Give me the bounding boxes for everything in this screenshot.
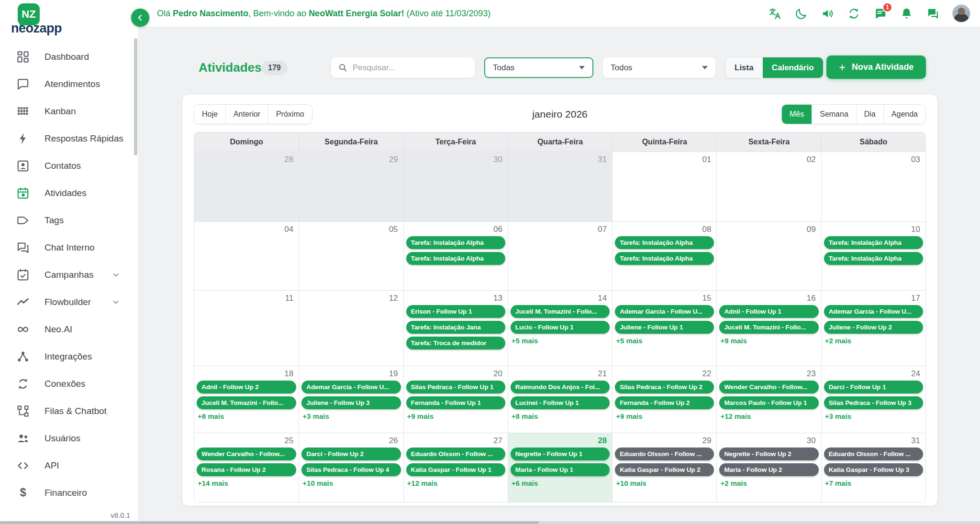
sidebar-item-campanhas[interactable]: Campanhas bbox=[0, 261, 138, 288]
event-pill[interactable]: Tarefa: Instalação Alpha bbox=[615, 236, 714, 249]
sidebar-item-filas-chatbot[interactable]: Filas & Chatbot bbox=[0, 397, 138, 425]
more-link[interactable]: +7 mais bbox=[825, 479, 925, 487]
day-cell-16[interactable]: 16Adnil - Follow Up 1Juceli M. Tomazini … bbox=[716, 290, 821, 366]
more-link[interactable]: +2 mais bbox=[825, 337, 925, 345]
event-pill[interactable]: Negrette - Follow Up 2 bbox=[719, 448, 818, 460]
event-pill[interactable]: Juceli M. Tomazini - Follo... bbox=[511, 305, 610, 318]
day-cell-prev-31[interactable]: 31 bbox=[508, 152, 612, 221]
event-pill[interactable]: Silas Pedraca - Follow Up 2 bbox=[615, 381, 714, 393]
event-pill[interactable]: Adnil - Follow Up 1 bbox=[719, 305, 818, 318]
day-cell-24[interactable]: 24Darci - Follow Up 1Silas Pedraca - Fol… bbox=[821, 366, 925, 433]
event-pill[interactable]: Fernanda - Follow Up 2 bbox=[615, 396, 714, 409]
more-link[interactable]: +9 mais bbox=[616, 412, 716, 420]
event-pill[interactable]: Silas Pedraca - Follow Up 4 bbox=[301, 463, 401, 476]
event-pill[interactable]: Silas Pedraca - Follow Up 3 bbox=[824, 396, 923, 409]
event-pill[interactable]: Silas Pedraca - Follow Up 1 bbox=[406, 381, 505, 393]
speaker-icon[interactable] bbox=[821, 7, 835, 21]
sidebar-item-api[interactable]: API bbox=[0, 452, 138, 479]
sidebar-scrollbar[interactable] bbox=[134, 38, 137, 155]
event-pill[interactable]: Erison - Follow Up 1 bbox=[406, 305, 505, 318]
event-pill[interactable]: Tarefa: Instalação Alpha bbox=[406, 236, 505, 249]
translate-icon[interactable] bbox=[768, 7, 782, 21]
more-link[interactable]: +6 mais bbox=[512, 479, 612, 487]
avatar[interactable] bbox=[952, 4, 970, 22]
event-pill[interactable]: Tarefa: Instalação Alpha bbox=[824, 252, 923, 265]
event-pill[interactable]: Juliene - Follow Up 1 bbox=[615, 321, 714, 334]
event-pill[interactable]: Ademar Garcia - Follow U... bbox=[301, 381, 401, 393]
day-cell-17[interactable]: 17Ademar Garcia - Follow U...Juliene - F… bbox=[821, 290, 925, 366]
day-cell-01[interactable]: 01 bbox=[612, 152, 716, 221]
day-cell-20[interactable]: 20Silas Pedraca - Follow Up 1Fernanda - … bbox=[403, 366, 508, 433]
more-link[interactable]: +9 mais bbox=[407, 412, 508, 420]
event-pill[interactable]: Lucinei - Follow Up 1 bbox=[511, 396, 610, 409]
cal-view-semana-button[interactable]: Semana bbox=[812, 105, 856, 124]
day-cell-12[interactable]: 12 bbox=[299, 290, 403, 366]
sidebar-item-contatos[interactable]: Contatos bbox=[0, 152, 138, 179]
sidebar-item-neo-ai[interactable]: Neo.AI bbox=[0, 316, 138, 343]
more-link[interactable]: +12 mais bbox=[407, 479, 508, 487]
cal-view-agenda-button[interactable]: Agenda bbox=[883, 105, 925, 124]
event-pill[interactable]: Juceli M. Tomazini - Follo... bbox=[719, 321, 818, 334]
event-pill[interactable]: Eduardo Olsson - Follow ... bbox=[406, 448, 505, 460]
event-pill[interactable]: Juliene - Follow Up 2 bbox=[824, 321, 923, 334]
event-pill[interactable]: Eduardo Olsson - Follow ... bbox=[615, 448, 714, 460]
cal-nav-hoje-button[interactable]: Hoje bbox=[194, 105, 225, 124]
sidebar-item-respostas-rapidas[interactable]: Respostas Rápidas bbox=[0, 125, 138, 152]
horizontal-scrollbar[interactable] bbox=[0, 521, 980, 524]
sidebar-item-financeiro[interactable]: $Financeiro bbox=[0, 479, 138, 506]
bell-icon[interactable] bbox=[900, 7, 913, 21]
day-cell-26[interactable]: 26Darci - Follow Up 2Silas Pedraca - Fol… bbox=[299, 433, 403, 502]
day-cell-15[interactable]: 15Ademar Garcia - Follow U...Juliene - F… bbox=[612, 290, 716, 366]
event-pill[interactable]: Tarefa: Instalação Alpha bbox=[824, 236, 923, 249]
day-cell-02[interactable]: 02 bbox=[716, 152, 821, 221]
sidebar-item-tags[interactable]: Tags bbox=[0, 207, 138, 234]
event-pill[interactable]: Katia Gaspar - Follow Up 3 bbox=[824, 463, 923, 476]
sidebar-item-dashboard[interactable]: Dashboard bbox=[0, 43, 138, 70]
day-cell-11[interactable]: 11 bbox=[194, 290, 299, 366]
day-cell-13[interactable]: 13Erison - Follow Up 1Tarefa: Instalação… bbox=[403, 290, 508, 366]
day-cell-18[interactable]: 18Adnil - Follow Up 2Juceli M. Tomazini … bbox=[194, 366, 299, 433]
day-cell-07[interactable]: 07 bbox=[508, 221, 612, 290]
event-pill[interactable]: Rosana - Follow Up 2 bbox=[197, 463, 296, 476]
day-cell-29[interactable]: 29Eduardo Olsson - Follow ...Katia Gaspa… bbox=[612, 433, 716, 502]
day-cell-30[interactable]: 30Negrette - Follow Up 2Maria - Follow U… bbox=[716, 433, 821, 502]
event-pill[interactable]: Adnil - Follow Up 2 bbox=[197, 381, 296, 393]
day-cell-05[interactable]: 05 bbox=[299, 221, 403, 290]
event-pill[interactable]: Tarefa: Troca de medidor bbox=[406, 337, 505, 349]
sidebar-item-integracoes[interactable]: Integrações bbox=[0, 343, 138, 370]
day-cell-25[interactable]: 25Wender Carvalho - Follow...Rosana - Fo… bbox=[194, 433, 299, 502]
more-link[interactable]: +8 mais bbox=[198, 412, 299, 420]
event-pill[interactable]: Darci - Follow Up 1 bbox=[824, 381, 923, 393]
sidebar-item-atendimentos[interactable]: Atendimentos bbox=[0, 70, 138, 98]
day-cell-21[interactable]: 21Raimundo Dos Anjos - Fol...Lucinei - F… bbox=[508, 366, 612, 433]
event-pill[interactable]: Darci - Follow Up 2 bbox=[301, 448, 401, 460]
event-pill[interactable]: Negrette - Follow Up 1 bbox=[511, 448, 610, 460]
more-link[interactable]: +10 mais bbox=[616, 479, 716, 487]
new-activity-button[interactable]: + Nova Atividade bbox=[826, 55, 926, 79]
more-link[interactable]: +3 mais bbox=[825, 412, 925, 420]
sidebar-item-kanban[interactable]: Kanban bbox=[0, 98, 138, 125]
refresh-icon[interactable] bbox=[847, 7, 861, 21]
event-pill[interactable]: Maria - Follow Up 1 bbox=[511, 463, 610, 476]
more-link[interactable]: +12 mais bbox=[720, 412, 821, 420]
day-cell-06[interactable]: 06Tarefa: Instalação AlphaTarefa: Instal… bbox=[403, 221, 508, 290]
event-pill[interactable]: Lucio - Follow Up 1 bbox=[511, 321, 610, 334]
status-filter-select[interactable]: Todas bbox=[484, 57, 593, 78]
more-link[interactable]: +5 mais bbox=[616, 337, 716, 345]
more-link[interactable]: +8 mais bbox=[512, 412, 612, 420]
day-cell-prev-30[interactable]: 30 bbox=[403, 152, 508, 221]
list-view-button[interactable]: Lista bbox=[725, 57, 763, 78]
more-link[interactable]: +9 mais bbox=[720, 337, 821, 345]
day-cell-19[interactable]: 19Ademar Garcia - Follow U...Juliene - F… bbox=[299, 366, 403, 433]
event-pill[interactable]: Katia Gaspar - Follow Up 1 bbox=[406, 463, 505, 476]
sidebar-item-flowbuilder[interactable]: Flowbuilder bbox=[0, 288, 138, 316]
event-pill[interactable]: Katia Gaspar - Follow Up 2 bbox=[615, 463, 714, 476]
event-pill[interactable]: Tarefa: Instalação Alpha bbox=[406, 252, 505, 265]
forum-icon[interactable] bbox=[926, 7, 940, 21]
messages-icon[interactable]: 1 bbox=[873, 7, 887, 21]
event-pill[interactable]: Tarefa: Instalação Jana bbox=[406, 321, 505, 334]
user-filter-select[interactable]: Todos bbox=[603, 57, 715, 78]
day-cell-22[interactable]: 22Silas Pedraca - Follow Up 2Fernanda - … bbox=[612, 366, 716, 433]
scrollbar-thumb[interactable] bbox=[0, 521, 539, 524]
more-link[interactable]: +2 mais bbox=[720, 479, 821, 487]
